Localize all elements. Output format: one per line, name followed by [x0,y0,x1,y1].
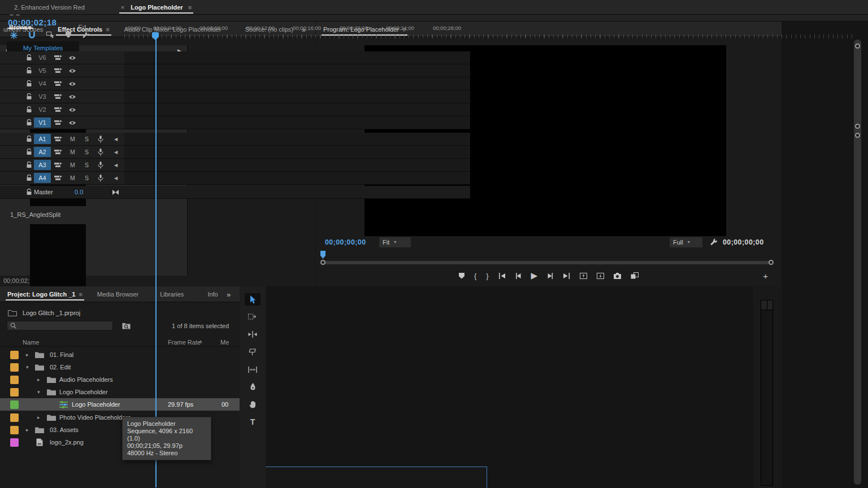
folder-icon [47,376,56,383]
button-editor-add-button[interactable]: + [763,271,768,281]
item-name[interactable]: Logo Placeholder [59,389,108,395]
folder-icon [35,426,44,433]
item-name[interactable]: Photo Video Placeholders [59,414,131,421]
tree-chevron-icon[interactable]: ▾ [37,389,40,395]
column-media[interactable]: Me [220,339,229,346]
program-controls: 00;00;00;00 Fit▾ Full▾ 00;00;00;00 [316,237,782,249]
item-tooltip: Logo Placeholder Sequence, 4096 x 2160 (… [122,417,211,460]
search-icon [10,323,16,329]
slip-tool[interactable] [245,363,261,376]
selection-status: 1 of 8 items selected [130,323,229,329]
tooltip-line: 48000 Hz - Stereo [127,450,206,457]
scrub-start-handle[interactable] [320,260,326,265]
tooltip-line: Sequence, 4096 x 2160 (1.0) [127,428,206,442]
tab-media-browser[interactable]: Media Browser [90,286,146,302]
search-bin-icon[interactable] [122,322,131,329]
mark-out-button[interactable]: } [486,272,488,280]
sort-ascending-icon[interactable]: ∧ [199,339,203,345]
column-name[interactable]: Name [23,339,39,346]
label-color-chip[interactable] [10,438,19,447]
item-name[interactable]: Logo Placeholder [72,401,120,408]
scrub-end-handle[interactable] [769,260,774,265]
tooltip-line: Logo Placeholder [127,420,206,428]
label-color-chip[interactable] [10,376,19,384]
hand-tool[interactable] [245,398,261,411]
tooltip-line: 00;00;21;05, 29.97p [127,442,206,450]
chevron-down-icon: ▾ [688,237,690,247]
step-back-button[interactable] [515,273,522,279]
tools-panel: T [240,286,266,488]
item-name[interactable]: Audio Placeholders [59,376,113,383]
tree-chevron-icon[interactable]: ▸ [37,415,40,420]
mark-in-button[interactable]: { [474,272,476,280]
project-search-input[interactable] [7,321,113,330]
panel-menu-icon[interactable]: ≡ [106,26,109,33]
play-button[interactable]: ▶ [531,271,538,281]
timeline-playhead-line[interactable] [155,467,157,487]
go-to-out-button[interactable] [563,273,570,279]
tab-libraries[interactable]: Libraries [153,286,191,302]
column-frame-rate[interactable]: Frame Rate [168,339,201,346]
project-row[interactable]: ▸ Audio Placeholders [0,373,240,386]
tree-chevron-icon[interactable]: ▸ [26,352,29,358]
razor-tool[interactable] [245,346,261,358]
folder-icon [47,389,56,395]
item-media-start: 00 [222,401,228,408]
extract-button[interactable] [597,273,604,279]
label-color-chip[interactable] [10,363,19,372]
label-color-chip[interactable] [10,351,19,359]
step-forward-button[interactable] [547,273,553,279]
sequence-icon [59,400,68,408]
image-file-icon [36,438,43,446]
panel-menu-icon[interactable]: ≡ [79,291,82,298]
item-name[interactable]: 03. Assets [50,426,79,433]
program-current-timecode[interactable]: 00;00;00;00 [325,238,366,246]
settings-wrench-icon[interactable] [710,238,718,246]
lift-button[interactable] [580,273,587,279]
template-label[interactable]: 1_RS_AngledSplit [10,211,60,218]
project-row-selected[interactable]: Logo Placeholder 29.97 fps 00 [0,398,240,411]
item-name[interactable]: 01. Final [50,351,73,358]
breadcrumb[interactable]: Logo Glitch _1.prproj [23,310,80,316]
project-row[interactable]: ▾ Logo Placeholder [0,386,240,398]
pen-tool[interactable] [245,381,261,393]
item-name[interactable]: logo_2x.png [50,439,84,446]
item-name[interactable]: 02. Edit [50,364,71,371]
tree-chevron-icon[interactable]: ▸ [26,427,29,433]
label-color-chip[interactable] [10,400,19,409]
track-select-forward-tool[interactable] [245,311,261,323]
project-row[interactable]: ▾ 02. Edit [0,361,240,373]
tab-edit[interactable]: Edit [71,24,86,30]
tree-chevron-icon[interactable]: ▾ [26,364,29,370]
program-playhead[interactable] [320,251,326,259]
chevron-down-icon: ▾ [394,237,396,247]
comparison-view-button[interactable] [631,272,639,279]
folder-icon [47,414,56,421]
program-scrub-bar[interactable] [322,261,771,264]
item-frame-rate: 29.97 fps [168,401,193,408]
tree-chevron-icon[interactable]: ▸ [37,377,40,382]
project-column-header: Name Frame Rate ∧ Me [0,339,240,347]
side-scroll-strip [753,286,782,488]
add-marker-button[interactable] [459,273,465,279]
type-tool[interactable]: T [245,416,261,428]
folder-icon [35,364,44,371]
panel-overflow-icon[interactable]: » [227,290,231,299]
playback-resolution-select[interactable]: Full▾ [670,237,702,247]
tab-project[interactable]: Project: Logo Glitch _1≡ [0,286,90,302]
project-row[interactable]: ▸ 01. Final [0,348,240,361]
project-panel: Project: Logo Glitch _1≡ Media Browser L… [0,286,240,488]
project-tabbar: Project: Logo Glitch _1≡ Media Browser L… [0,286,240,302]
label-color-chip[interactable] [10,388,19,396]
vertical-scrollbar[interactable] [761,300,773,486]
go-to-in-button[interactable] [498,273,506,279]
selection-tool[interactable] [245,293,261,306]
transport-controls: { } ▶ [384,269,714,282]
project-bin-icon[interactable] [8,309,17,316]
tab-info[interactable]: Info [200,286,225,302]
label-color-chip[interactable] [10,426,19,434]
zoom-level-select[interactable]: Fit▾ [379,237,411,247]
export-frame-button[interactable] [614,273,621,279]
label-color-chip[interactable] [10,413,19,422]
ripple-edit-tool[interactable] [245,328,261,341]
